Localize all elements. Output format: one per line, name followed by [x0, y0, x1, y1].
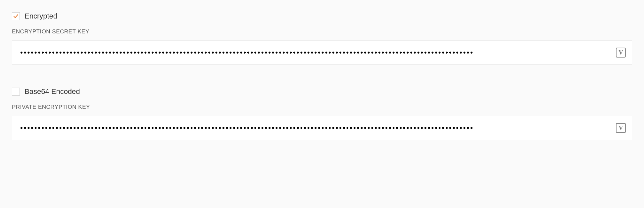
- base64-checkbox-label[interactable]: Base64 Encoded: [25, 87, 80, 96]
- encryption-secret-key-input-wrap: V: [12, 40, 632, 65]
- private-encryption-key-input[interactable]: [12, 116, 616, 140]
- encrypted-checkbox-label[interactable]: Encrypted: [25, 12, 57, 21]
- vault-icon: V: [619, 125, 623, 131]
- encryption-secret-key-input[interactable]: [12, 41, 616, 64]
- vault-button[interactable]: V: [616, 48, 626, 58]
- private-encryption-key-input-wrap: V: [12, 116, 632, 140]
- vault-button[interactable]: V: [616, 123, 626, 133]
- private-encryption-key-label: PRIVATE ENCRYPTION KEY: [12, 104, 632, 110]
- encryption-secret-key-label: ENCRYPTION SECRET KEY: [12, 28, 632, 35]
- encrypted-checkbox-row: Encrypted: [12, 12, 632, 21]
- vault-icon: V: [619, 50, 623, 56]
- base64-group: Base64 Encoded PRIVATE ENCRYPTION KEY V: [12, 87, 632, 140]
- check-icon: [13, 13, 19, 19]
- base64-checkbox[interactable]: [12, 88, 20, 96]
- encrypted-checkbox[interactable]: [12, 12, 20, 20]
- encrypted-group: Encrypted ENCRYPTION SECRET KEY V: [12, 12, 632, 65]
- base64-checkbox-row: Base64 Encoded: [12, 87, 632, 96]
